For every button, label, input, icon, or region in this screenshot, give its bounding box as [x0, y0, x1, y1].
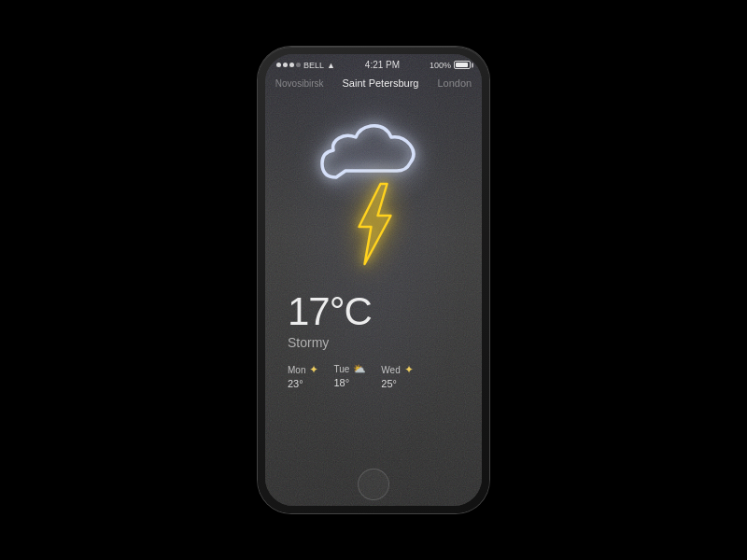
city-tab-novosibirsk[interactable]: Novosibirsk — [266, 77, 333, 91]
forecast-item-wed: Wed ✦ 25° — [381, 363, 413, 389]
phone-screen: BELL ▲ 4:21 PM 100% Novosibirsk Saint Pe… — [265, 54, 482, 506]
temperature-display: 17°C — [288, 292, 459, 331]
signal-dot-1 — [276, 63, 281, 67]
status-bar: BELL ▲ 4:21 PM 100% — [265, 54, 482, 72]
signal-bars — [276, 63, 301, 67]
weather-icon-area — [265, 98, 482, 285]
wifi-icon: ▲ — [327, 61, 335, 70]
forecast-mon-temp: 23° — [288, 378, 303, 389]
neon-bolt-svg — [348, 182, 400, 266]
forecast-item-tue: Tue ⛅ 18° — [333, 363, 366, 389]
status-left: BELL ▲ — [276, 61, 335, 70]
phone-frame: BELL ▲ 4:21 PM 100% Novosibirsk Saint Pe… — [258, 47, 489, 513]
signal-dot-2 — [283, 63, 288, 67]
forecast-tue-temp: 18° — [333, 377, 349, 388]
forecast-mon-icon-row: Mon ✦ — [288, 363, 318, 376]
weather-info: 17°C Stormy — [265, 285, 482, 350]
neon-cloud-svg — [313, 117, 434, 187]
forecast-wed-sun-icon: ✦ — [404, 363, 414, 376]
forecast-wed-icon-row: Wed ✦ — [381, 363, 413, 376]
condition-display: Stormy — [288, 335, 459, 350]
battery-percent: 100% — [430, 61, 451, 70]
forecast-wed-day: Wed — [381, 365, 400, 375]
signal-dot-3 — [289, 63, 294, 67]
forecast-tue-partly-icon: ⛅ — [353, 363, 366, 375]
status-time: 4:21 PM — [365, 60, 400, 70]
forecast-item-mon: Mon ✦ 23° — [288, 363, 318, 389]
forecast-wed-temp: 25° — [381, 378, 397, 389]
forecast-row: Mon ✦ 23° Tue ⛅ 18° Wed ✦ 25° — [265, 350, 482, 400]
battery-icon — [454, 61, 471, 69]
neon-storm-icon — [308, 117, 439, 266]
forecast-mon-sun-icon: ✦ — [309, 363, 318, 376]
carrier-label: BELL — [303, 61, 324, 70]
battery-fill — [456, 63, 468, 67]
city-tab-london[interactable]: London — [428, 76, 481, 91]
home-button[interactable] — [358, 469, 389, 500]
forecast-tue-icon-row: Tue ⛅ — [333, 363, 366, 375]
forecast-mon-day: Mon — [288, 365, 305, 375]
forecast-tue-day: Tue — [333, 364, 349, 374]
signal-dot-4 — [296, 63, 301, 67]
status-right: 100% — [430, 61, 471, 70]
city-tab-saint-petersburg[interactable]: Saint Petersburg — [333, 76, 429, 91]
city-tabs: Novosibirsk Saint Petersburg London — [265, 72, 482, 98]
